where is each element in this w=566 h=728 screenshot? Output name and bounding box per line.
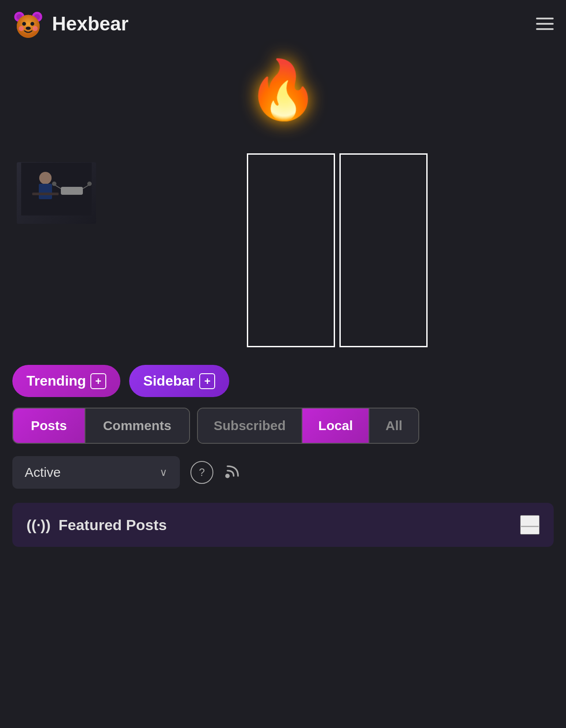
tab-all[interactable]: All [369, 409, 418, 443]
sidebar-label: Sidebar [143, 373, 195, 389]
svg-rect-15 [61, 187, 83, 195]
tab-comments[interactable]: Comments [86, 409, 189, 443]
hamburger-line-2 [536, 23, 554, 25]
svg-point-7 [30, 22, 34, 26]
explosion-graphic: 🔥 [247, 61, 319, 118]
header: Hexbear [0, 0, 566, 48]
sort-dropdown[interactable]: Active ∨ [12, 456, 180, 489]
sort-active-label: Active [25, 465, 61, 480]
tab-subscribed[interactable]: Subscribed [198, 409, 302, 443]
svg-point-20 [225, 474, 230, 478]
svg-point-10 [33, 26, 38, 31]
tab-posts[interactable]: Posts [13, 409, 86, 443]
site-title: Hexbear [52, 13, 129, 35]
featured-collapse-button[interactable]: — [520, 515, 540, 535]
header-left: Hexbear [12, 8, 129, 40]
featured-title: ((·)) Featured Posts [26, 516, 167, 534]
content-type-tabs: Posts Comments [12, 408, 190, 444]
drone-scene-image [17, 162, 96, 224]
svg-point-8 [26, 26, 31, 30]
hamburger-line-1 [536, 18, 554, 19]
svg-point-6 [22, 22, 26, 26]
drone-scene-emoji [21, 163, 92, 224]
help-icon[interactable]: ? [190, 461, 213, 484]
site-logo[interactable] [12, 8, 44, 40]
sidebar-button[interactable]: Sidebar + [129, 365, 229, 397]
trending-plus-icon: + [90, 373, 106, 389]
featured-posts-label: Featured Posts [59, 516, 167, 534]
hamburger-line-3 [536, 28, 554, 30]
tab-local[interactable]: Local [302, 409, 369, 443]
panels-area [247, 153, 428, 347]
svg-rect-13 [39, 184, 52, 199]
svg-rect-14 [32, 193, 59, 195]
filter-row: Posts Comments Subscribed Local All [12, 408, 554, 444]
svg-point-12 [39, 172, 52, 184]
broadcast-icon: ((·)) [26, 516, 51, 534]
trending-button[interactable]: Trending + [12, 365, 120, 397]
buttons-row: Trending + Sidebar + [12, 365, 554, 397]
panel-right [339, 153, 428, 347]
main-content: 🔥 [0, 48, 566, 547]
panel-left [247, 153, 335, 347]
svg-point-19 [87, 182, 92, 186]
feed-scope-tabs: Subscribed Local All [197, 408, 419, 444]
svg-point-9 [19, 26, 24, 31]
animation-area: 🔥 [12, 48, 554, 356]
hamburger-menu[interactable] [536, 18, 554, 30]
featured-posts-section: ((·)) Featured Posts — [12, 503, 554, 547]
svg-point-18 [52, 182, 56, 186]
rss-icon[interactable] [224, 462, 242, 483]
sort-row: Active ∨ ? [12, 456, 554, 489]
trending-label: Trending [26, 373, 86, 389]
sidebar-plus-icon: + [199, 373, 215, 389]
chevron-down-icon: ∨ [160, 466, 168, 479]
